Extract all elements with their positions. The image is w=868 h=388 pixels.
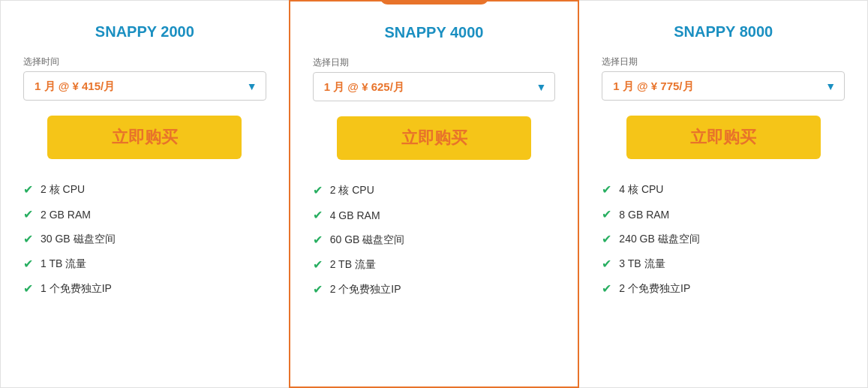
plan-select-snappy8000[interactable]: 1 月 @ ¥ 775/月3 月 @ ¥ 2200/月6 月 @ ¥ 4200/… — [602, 71, 845, 101]
plan-select-snappy2000[interactable]: 1 月 @ ¥ 415/月3 月 @ ¥ 1200/月6 月 @ ¥ 2300/… — [23, 71, 266, 101]
features-list-snappy8000: ✔ 4 核 CPU ✔ 8 GB RAM ✔ 240 GB 磁盘空间 ✔ 3 T… — [602, 177, 845, 301]
feature-text: 30 GB 磁盘空间 — [41, 233, 116, 246]
feature-item: ✔ 1 TB 流量 — [23, 251, 266, 276]
check-icon: ✔ — [602, 281, 611, 296]
buy-button-snappy4000[interactable]: 立即购买 — [337, 116, 531, 160]
feature-item: ✔ 2 TB 流量 — [313, 252, 556, 277]
check-icon: ✔ — [602, 207, 611, 221]
feature-item: ✔ 60 GB 磁盘空间 — [313, 227, 556, 252]
feature-text: 2 个免费独立IP — [619, 282, 690, 296]
check-icon: ✔ — [313, 257, 323, 272]
check-icon: ✔ — [23, 281, 33, 296]
buy-button-snappy8000[interactable]: 立即购买 — [626, 116, 821, 159]
check-icon: ✔ — [313, 183, 323, 197]
plan-select-snappy4000[interactable]: 1 月 @ ¥ 625/月3 月 @ ¥ 1800/月6 月 @ ¥ 3400/… — [313, 72, 556, 101]
plan-title-snappy8000: SNAPPY 8000 — [602, 16, 845, 56]
feature-item: ✔ 2 GB RAM — [23, 202, 266, 227]
buy-button-snappy2000[interactable]: 立即购买 — [47, 116, 242, 159]
select-label-snappy4000: 选择日期 — [313, 56, 349, 69]
plan-card-snappy8000: SNAPPY 8000选择日期 1 月 @ ¥ 775/月3 月 @ ¥ 220… — [579, 0, 868, 388]
feature-item: ✔ 240 GB 磁盘空间 — [602, 227, 845, 251]
feature-text: 60 GB 磁盘空间 — [330, 233, 405, 247]
features-list-snappy2000: ✔ 2 核 CPU ✔ 2 GB RAM ✔ 30 GB 磁盘空间 ✔ 1 TB… — [23, 177, 266, 301]
feature-item: ✔ 4 核 CPU — [602, 177, 845, 202]
select-wrapper-snappy4000: 1 月 @ ¥ 625/月3 月 @ ¥ 1800/月6 月 @ ¥ 3400/… — [313, 72, 556, 101]
feature-text: 2 核 CPU — [41, 183, 85, 197]
feature-text: 1 TB 流量 — [41, 257, 86, 271]
feature-text: 3 TB 流量 — [619, 257, 665, 271]
select-label-snappy8000: 选择日期 — [602, 56, 638, 68]
feature-text: 2 个免费独立IP — [330, 283, 401, 296]
check-icon: ✔ — [23, 232, 33, 246]
feature-item: ✔ 8 GB RAM — [602, 202, 845, 227]
select-label-snappy2000: 选择时间 — [23, 56, 59, 68]
feature-item: ✔ 30 GB 磁盘空间 — [23, 227, 266, 251]
plans-container: SNAPPY 2000选择时间 1 月 @ ¥ 415/月3 月 @ ¥ 120… — [0, 0, 868, 388]
feature-text: 2 核 CPU — [330, 184, 374, 197]
feature-item: ✔ 2 核 CPU — [313, 178, 556, 203]
check-icon: ✔ — [23, 207, 33, 221]
check-icon: ✔ — [313, 233, 323, 247]
check-icon: ✔ — [313, 282, 323, 296]
recommended-badge: Recommended — [379, 0, 488, 5]
check-icon: ✔ — [602, 257, 611, 271]
check-icon: ✔ — [23, 182, 33, 197]
feature-text: 2 GB RAM — [41, 209, 91, 221]
feature-item: ✔ 3 TB 流量 — [602, 251, 845, 276]
feature-text: 8 GB RAM — [619, 209, 669, 221]
plan-title-snappy2000: SNAPPY 2000 — [23, 16, 266, 56]
feature-text: 1 个免费独立IP — [41, 282, 112, 296]
select-wrapper-snappy8000: 1 月 @ ¥ 775/月3 月 @ ¥ 2200/月6 月 @ ¥ 4200/… — [602, 71, 845, 101]
feature-text: 4 GB RAM — [330, 209, 380, 221]
check-icon: ✔ — [602, 182, 611, 197]
feature-text: 4 核 CPU — [619, 183, 663, 197]
plan-card-snappy2000: SNAPPY 2000选择时间 1 月 @ ¥ 415/月3 月 @ ¥ 120… — [0, 0, 289, 388]
plan-title-snappy4000: SNAPPY 4000 — [313, 17, 556, 56]
check-icon: ✔ — [313, 208, 323, 222]
feature-item: ✔ 2 个免费独立IP — [313, 277, 556, 302]
plan-card-snappy4000: RecommendedSNAPPY 4000选择日期 1 月 @ ¥ 625/月… — [289, 0, 580, 388]
feature-item: ✔ 2 个免费独立IP — [602, 276, 845, 301]
feature-item: ✔ 4 GB RAM — [313, 203, 556, 227]
feature-item: ✔ 2 核 CPU — [23, 177, 266, 202]
features-list-snappy4000: ✔ 2 核 CPU ✔ 4 GB RAM ✔ 60 GB 磁盘空间 ✔ 2 TB… — [313, 178, 556, 302]
feature-item: ✔ 1 个免费独立IP — [23, 276, 266, 301]
check-icon: ✔ — [602, 232, 611, 246]
feature-text: 240 GB 磁盘空间 — [619, 233, 699, 246]
check-icon: ✔ — [23, 257, 33, 271]
feature-text: 2 TB 流量 — [330, 258, 376, 272]
select-wrapper-snappy2000: 1 月 @ ¥ 415/月3 月 @ ¥ 1200/月6 月 @ ¥ 2300/… — [23, 71, 266, 101]
